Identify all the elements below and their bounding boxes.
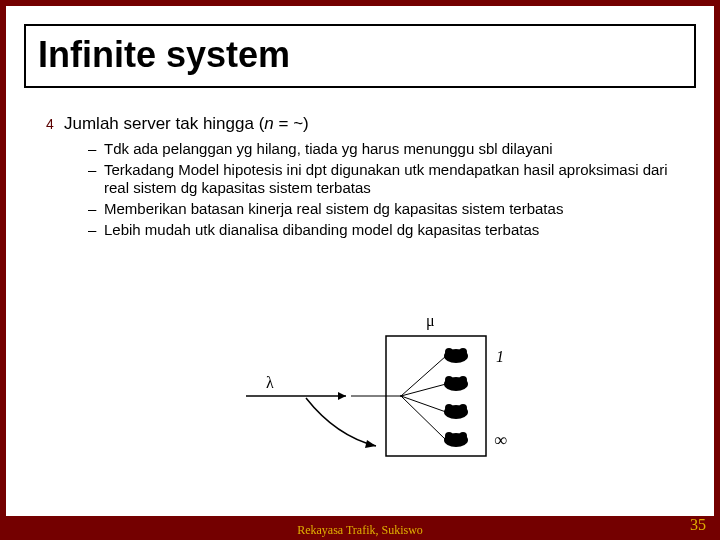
bullet2-icon: – [88, 161, 104, 179]
svg-point-16 [445, 376, 453, 384]
sub-bullet-3: Lebih mudah utk dianalisa dibanding mode… [104, 221, 539, 239]
svg-line-9 [401, 396, 446, 440]
bullet-lvl2: – Memberikan batasan kinerja real sistem… [88, 200, 686, 218]
sub-bullet-0: Tdk ada pelanggan yg hilang, tiada yg ha… [104, 140, 553, 158]
svg-marker-1 [338, 392, 346, 400]
svg-point-21 [459, 432, 467, 440]
slide: Infinite system 4 Jumlah server tak hing… [6, 6, 714, 516]
bullet2-icon: – [88, 221, 104, 239]
sub-bullet-1: Terkadang Model hipotesis ini dpt diguna… [104, 161, 686, 197]
lambda-label: λ [266, 374, 274, 392]
bullet-lvl2: – Tdk ada pelanggan yg hilang, tiada yg … [88, 140, 686, 158]
sublist: – Tdk ada pelanggan yg hilang, tiada yg … [88, 140, 686, 239]
mu-label: μ [426, 312, 435, 330]
bullet2-icon: – [88, 140, 104, 158]
infinity-label: ∞ [494, 430, 507, 451]
svg-point-15 [459, 348, 467, 356]
bullet1-var: n [264, 114, 273, 133]
bullet1-icon: 4 [46, 114, 64, 134]
svg-marker-2 [365, 440, 376, 448]
footer-text: Rekayasa Trafik, Sukiswo [0, 523, 720, 538]
svg-line-8 [401, 396, 446, 412]
bullet1-prefix: Jumlah server tak hingga ( [64, 114, 264, 133]
sub-bullet-2: Memberikan batasan kinerja real sistem d… [104, 200, 563, 218]
one-label: 1 [496, 348, 504, 366]
slide-title: Infinite system [38, 34, 682, 76]
svg-point-17 [459, 376, 467, 384]
diagram: λ μ 1 ∞ [236, 306, 536, 476]
content-area: 4 Jumlah server tak hingga (n = ~) – Tdk… [46, 114, 686, 242]
diagram-svg [236, 306, 536, 476]
bullet-lvl1: 4 Jumlah server tak hingga (n = ~) [46, 114, 686, 134]
svg-point-18 [445, 404, 453, 412]
bullet1-suffix: = ~) [274, 114, 309, 133]
bullet1-text: Jumlah server tak hingga (n = ~) [64, 114, 309, 134]
svg-point-14 [445, 348, 453, 356]
bullet-lvl2: – Terkadang Model hipotesis ini dpt digu… [88, 161, 686, 197]
bullet2-icon: – [88, 200, 104, 218]
title-box: Infinite system [24, 24, 696, 88]
bullet-lvl2: – Lebih mudah utk dianalisa dibanding mo… [88, 221, 686, 239]
svg-point-20 [445, 432, 453, 440]
svg-point-19 [459, 404, 467, 412]
page-number: 35 [690, 516, 706, 534]
